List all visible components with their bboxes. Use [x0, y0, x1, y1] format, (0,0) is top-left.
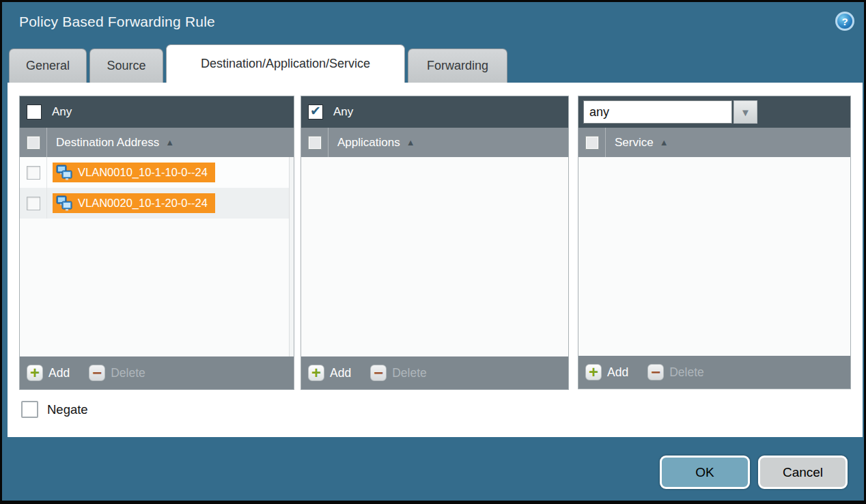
service-panel: ▼ Service ▲ + Add − Delete: [578, 96, 851, 389]
network-icon: [55, 165, 73, 181]
chevron-down-icon: ▼: [740, 107, 751, 118]
sort-asc-icon: ▲: [406, 137, 415, 148]
delete-icon-glyph: −: [92, 366, 102, 380]
applications-delete-button[interactable]: − Delete: [370, 365, 427, 381]
service-column-label: Service: [615, 136, 654, 150]
add-icon-glyph: +: [589, 365, 598, 380]
add-icon-glyph: +: [30, 365, 40, 380]
applications-header-checkbox-cell: [301, 128, 329, 157]
destination-panel-footer: + Add − Delete: [20, 356, 294, 389]
scrollbar-track[interactable]: [289, 157, 294, 356]
destination-column-label: Destination Address: [56, 136, 159, 150]
service-column-header: Service ▲: [578, 128, 850, 157]
add-icon: +: [27, 365, 43, 381]
negate-row: Negate: [21, 401, 88, 418]
table-row[interactable]: VLAN0010_10-1-10-0--24: [20, 157, 294, 188]
delete-icon: −: [647, 364, 664, 380]
dialog-title: Policy Based Forwarding Rule: [19, 14, 215, 30]
applications-column-label: Applications: [337, 136, 400, 150]
add-icon-glyph: +: [311, 365, 321, 380]
destination-header-checkbox-cell: [20, 128, 47, 157]
delete-icon: −: [89, 365, 105, 381]
service-any-header: ▼: [578, 96, 850, 128]
tab-source[interactable]: Source: [89, 48, 163, 83]
delete-icon-glyph: −: [374, 366, 383, 380]
address-object-label: VLAN0020_10-1-20-0--24: [78, 197, 208, 210]
ok-button[interactable]: OK: [660, 456, 750, 489]
destination-any-checkbox[interactable]: [27, 104, 42, 120]
tab-bar: General Source Destination/Application/S…: [9, 44, 510, 83]
address-object-vlan0010[interactable]: VLAN0010_10-1-10-0--24: [53, 163, 215, 182]
network-icon: [55, 195, 73, 212]
row-checkbox[interactable]: [27, 166, 40, 180]
service-header-checkbox-cell: [578, 128, 606, 157]
service-dropdown-input[interactable]: [583, 100, 732, 124]
destination-select-all-checkbox[interactable]: [27, 137, 40, 149]
delete-icon-glyph: −: [651, 365, 660, 379]
destination-address-panel: Any Destination Address ▲: [19, 96, 294, 390]
row-checkbox[interactable]: [27, 197, 40, 210]
delete-icon: −: [370, 365, 387, 381]
destination-add-button[interactable]: + Add: [27, 365, 70, 381]
add-icon: +: [308, 365, 324, 381]
destination-any-header: Any: [20, 96, 294, 128]
add-icon: +: [585, 364, 602, 380]
delete-button-label: Delete: [392, 366, 427, 380]
service-panel-footer: + Add − Delete: [578, 356, 850, 389]
help-icon[interactable]: ?: [835, 12, 854, 31]
negate-checkbox[interactable]: [21, 401, 38, 418]
address-object-vlan0020[interactable]: VLAN0020_10-1-20-0--24: [53, 193, 215, 213]
applications-column-sort[interactable]: Applications ▲: [337, 136, 415, 150]
tab-destination-application-service[interactable]: Destination/Application/Service: [166, 44, 405, 83]
service-dropdown: ▼: [583, 100, 757, 124]
table-row[interactable]: VLAN0020_10-1-20-0--24: [20, 188, 294, 219]
row-checkbox-cell: [20, 157, 47, 188]
row-checkbox-cell: [20, 188, 47, 219]
applications-any-label: Any: [333, 105, 353, 119]
tab-forwarding[interactable]: Forwarding: [408, 48, 507, 83]
service-add-button[interactable]: + Add: [585, 364, 628, 380]
applications-any-checkbox[interactable]: ✔: [308, 104, 323, 120]
applications-list: [301, 157, 568, 356]
service-delete-button[interactable]: − Delete: [647, 364, 704, 380]
add-button-label: Add: [330, 366, 351, 380]
cancel-button[interactable]: Cancel: [758, 456, 848, 489]
service-column-sort[interactable]: Service ▲: [615, 136, 669, 150]
check-icon: ✔: [310, 103, 321, 119]
applications-panel-footer: + Add − Delete: [301, 356, 568, 389]
service-select-all-checkbox[interactable]: [586, 137, 598, 149]
address-object-label: VLAN0010_10-1-10-0--24: [78, 166, 208, 179]
pbf-rule-dialog: { "window": { "title": "Policy Based For…: [0, 0, 866, 504]
delete-button-label: Delete: [111, 366, 145, 380]
tab-general[interactable]: General: [9, 48, 87, 83]
applications-add-button[interactable]: + Add: [308, 365, 351, 381]
destination-any-label: Any: [52, 105, 72, 119]
destination-address-list: VLAN0010_10-1-10-0--24 VLAN0020_10-1-20-…: [20, 157, 294, 356]
negate-label: Negate: [47, 402, 88, 417]
destination-column-header: Destination Address ▲: [20, 128, 294, 157]
applications-column-header: Applications ▲: [301, 128, 568, 157]
sort-asc-icon: ▲: [165, 137, 174, 148]
sort-asc-icon: ▲: [660, 137, 669, 148]
service-dropdown-button[interactable]: ▼: [734, 100, 757, 124]
delete-button-label: Delete: [669, 365, 704, 380]
applications-any-header: ✔ Any: [301, 96, 568, 128]
service-list: [578, 157, 850, 356]
help-icon-glyph: ?: [841, 16, 848, 27]
destination-column-sort[interactable]: Destination Address ▲: [56, 136, 174, 150]
applications-panel: ✔ Any Applications ▲ + Add − Delete: [301, 96, 569, 390]
applications-select-all-checkbox[interactable]: [309, 137, 321, 149]
add-button-label: Add: [607, 365, 628, 380]
destination-delete-button[interactable]: − Delete: [89, 365, 145, 381]
add-button-label: Add: [48, 366, 70, 380]
